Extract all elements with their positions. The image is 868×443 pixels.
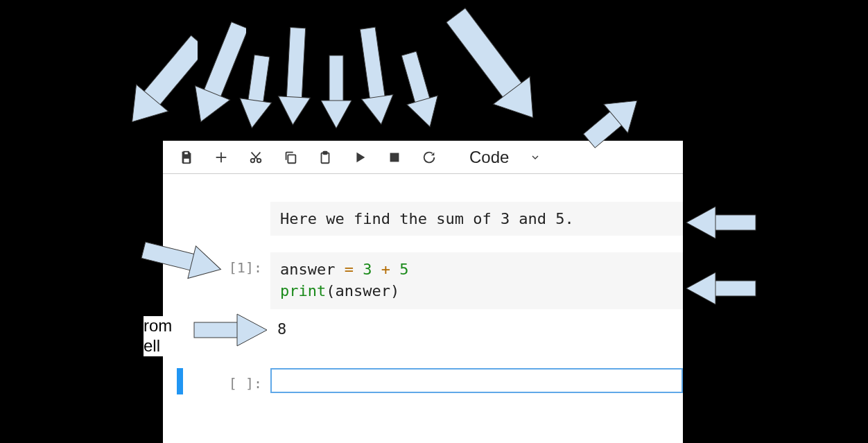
code-token: ) (390, 282, 399, 299)
annotation-arrow (579, 83, 648, 159)
svg-rect-32 (194, 322, 239, 338)
code-token: answer (280, 261, 345, 278)
svg-marker-17 (236, 98, 272, 130)
code-token: = (345, 261, 354, 278)
cropped-label: rom ell (144, 316, 172, 356)
save-button[interactable] (177, 148, 196, 167)
svg-rect-20 (329, 55, 343, 104)
output-text: 8 (270, 320, 683, 338)
annotation-arrow (236, 49, 277, 132)
restart-button[interactable] (419, 148, 439, 167)
save-icon (179, 150, 194, 165)
refresh-icon (422, 150, 437, 165)
code-token: + (381, 261, 390, 278)
svg-rect-16 (248, 55, 270, 105)
code-cell-1[interactable]: [1]: answer = 3 + 5 print(answer) (163, 252, 683, 309)
code-token: print (280, 282, 326, 299)
svg-marker-31 (188, 246, 225, 284)
scissors-icon (248, 150, 263, 165)
paste-button[interactable] (315, 148, 335, 167)
add-cell-button[interactable] (211, 148, 231, 167)
svg-rect-22 (360, 27, 385, 101)
cropped-label-line: rom (144, 316, 172, 336)
svg-marker-15 (191, 86, 230, 129)
stop-icon (387, 150, 402, 165)
annotation-arrow (395, 45, 444, 135)
svg-rect-30 (141, 242, 196, 270)
svg-rect-0 (184, 151, 188, 155)
markdown-cell[interactable]: Here we find the sum of 3 and 5. (270, 202, 683, 236)
code-token: 5 (390, 261, 409, 278)
svg-marker-33 (237, 314, 267, 346)
play-icon (352, 150, 367, 165)
interrupt-button[interactable] (385, 148, 404, 167)
code-input-empty[interactable] (270, 368, 683, 393)
annotation-arrow (444, 0, 541, 135)
code-token: answer (335, 282, 390, 299)
code-token: ( (326, 282, 335, 299)
svg-rect-11 (390, 153, 399, 162)
annotation-arrow (135, 236, 225, 284)
svg-rect-8 (288, 155, 295, 163)
run-button[interactable] (350, 148, 370, 167)
svg-marker-21 (321, 101, 351, 128)
notebook-panel: Code Here we find the sum of 3 and 5. [1… (163, 141, 683, 443)
svg-rect-1 (183, 157, 189, 162)
cut-button[interactable] (246, 148, 266, 167)
annotation-arrow (686, 267, 763, 309)
cropped-label-line: ell (144, 336, 172, 356)
code-token: 3 (354, 261, 381, 278)
svg-rect-18 (286, 28, 305, 101)
annotation-arrow (187, 309, 270, 350)
svg-rect-10 (323, 151, 327, 154)
cell-type-label: Code (469, 148, 509, 167)
plus-icon (214, 150, 229, 165)
cell-type-dropdown[interactable]: Code (461, 145, 549, 170)
code-cell-2[interactable]: [ ]: (163, 368, 683, 394)
svg-rect-36 (714, 281, 756, 296)
svg-rect-24 (401, 51, 431, 105)
code-input[interactable]: answer = 3 + 5 print(answer) (270, 252, 683, 309)
svg-marker-19 (277, 96, 310, 125)
copy-button[interactable] (281, 148, 300, 167)
svg-marker-23 (361, 95, 397, 127)
active-cell-indicator (177, 368, 183, 394)
annotation-arrow (274, 21, 315, 132)
svg-marker-25 (407, 96, 444, 131)
copy-icon (283, 150, 298, 165)
svg-rect-34 (714, 215, 756, 230)
annotation-arrow (686, 201, 763, 243)
annotation-arrow (128, 21, 198, 139)
cells-container: Here we find the sum of 3 and 5. [1]: an… (163, 174, 683, 394)
execution-count-empty: [ ]: (215, 368, 270, 392)
annotation-arrow (350, 21, 399, 132)
clipboard-icon (318, 150, 333, 165)
svg-rect-26 (446, 8, 523, 100)
chevron-down-icon (530, 152, 541, 163)
svg-marker-35 (686, 207, 715, 238)
svg-marker-37 (686, 272, 715, 304)
